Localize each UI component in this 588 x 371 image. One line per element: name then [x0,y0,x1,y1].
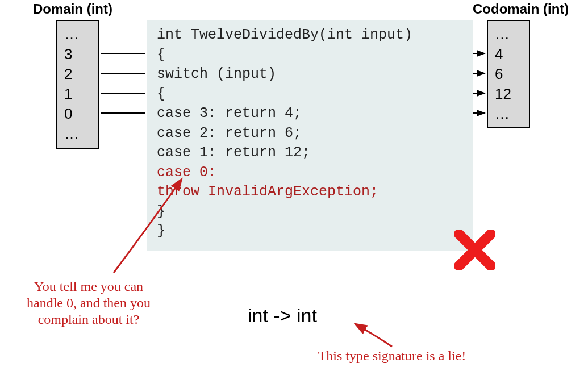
code-line: case 3: return 4; [157,104,463,124]
annotation-lie: This type signature is a lie! [290,348,494,364]
codomain-box: … 4 6 12 … [487,20,530,128]
codomain-title: Codomain (int) [473,1,569,17]
code-line: int TwelveDividedBy(int input) [157,26,463,45]
code-line: switch (input) [157,65,463,85]
codomain-value: … [495,104,522,124]
code-line: case 1: return 12; [157,143,463,163]
domain-value: 1 [64,84,91,104]
type-signature: int -> int [248,305,317,327]
code-block: int TwelveDividedBy(int input) { switch … [147,20,473,251]
domain-box: … 3 2 1 0 … [56,20,99,149]
codomain-value: … [495,24,522,44]
codomain-value: 12 [495,84,522,104]
codomain-value: 6 [495,64,522,84]
code-line-error: throw InvalidArgException; [157,182,463,202]
domain-value: … [64,124,91,144]
x-mark-icon [454,230,495,270]
code-line: { [157,85,463,105]
domain-title: Domain (int) [33,1,112,17]
domain-value: 3 [64,44,91,64]
code-line: case 2: return 6; [157,124,463,144]
code-line-error: case 0: [157,163,463,183]
code-line: { [157,45,463,65]
annotation-complaint: You tell me you can handle 0, and then y… [15,278,162,327]
domain-value: 0 [64,104,91,124]
domain-value: … [64,24,91,44]
codomain-value: 4 [495,44,522,64]
code-line: } [157,222,463,241]
domain-value: 2 [64,64,91,84]
code-line: } [157,202,463,222]
